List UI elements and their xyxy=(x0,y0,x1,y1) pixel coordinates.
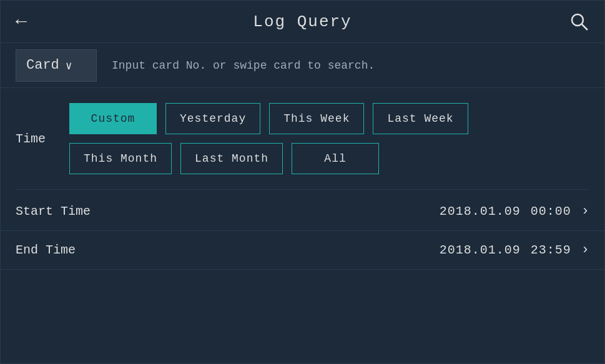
end-time-row[interactable]: End Time 2018.01.09 23:59 › xyxy=(1,231,604,270)
end-time-time: 23:59 xyxy=(531,243,571,257)
end-time-date: 2018.01.09 xyxy=(440,243,521,257)
search-icon xyxy=(569,12,589,32)
time-btn-this-week[interactable]: This Week xyxy=(269,103,364,134)
start-time-right: 2018.01.09 00:00 › xyxy=(440,204,589,219)
end-time-chevron-icon: › xyxy=(581,242,589,258)
start-time-row[interactable]: Start Time 2018.01.09 00:00 › xyxy=(1,192,604,231)
start-time-date: 2018.01.09 xyxy=(440,204,521,219)
time-section: Time Custom Yesterday This Week Last Wee… xyxy=(1,88,604,187)
start-time-time: 00:00 xyxy=(531,204,571,219)
end-time-right: 2018.01.09 23:59 › xyxy=(440,242,589,258)
end-time-label: End Time xyxy=(16,243,76,257)
chevron-down-icon: ∨ xyxy=(66,59,72,72)
time-buttons-row-2: This Month Last Month All xyxy=(69,143,468,174)
start-time-label: Start Time xyxy=(16,204,91,219)
time-btn-last-week[interactable]: Last Week xyxy=(373,103,468,134)
time-label: Time xyxy=(16,132,53,146)
time-btn-this-month[interactable]: This Month xyxy=(69,143,172,174)
time-buttons-grid: Custom Yesterday This Week Last Week Thi… xyxy=(69,103,468,174)
time-btn-yesterday[interactable]: Yesterday xyxy=(165,103,260,134)
search-button[interactable] xyxy=(564,12,589,32)
divider-1 xyxy=(16,189,589,190)
header: ← Log Query xyxy=(1,1,604,43)
svg-line-1 xyxy=(582,24,588,30)
card-dropdown-label: Card xyxy=(26,57,59,73)
card-hint-text: Input card No. or swipe card to search. xyxy=(112,59,375,72)
page-title: Log Query xyxy=(253,12,352,31)
time-buttons-row-1: Custom Yesterday This Week Last Week xyxy=(69,103,468,134)
card-dropdown[interactable]: Card ∨ xyxy=(16,49,97,82)
time-btn-custom[interactable]: Custom xyxy=(69,103,157,134)
svg-point-0 xyxy=(572,14,583,26)
start-time-chevron-icon: › xyxy=(581,204,589,219)
time-btn-all[interactable]: All xyxy=(292,143,379,174)
back-button[interactable]: ← xyxy=(16,12,41,31)
back-arrow-icon: ← xyxy=(16,12,27,31)
time-btn-last-month[interactable]: Last Month xyxy=(180,143,283,174)
card-row: Card ∨ Input card No. or swipe card to s… xyxy=(1,43,604,88)
screen: ← Log Query Card ∨ Input card No. or swi… xyxy=(0,0,605,364)
